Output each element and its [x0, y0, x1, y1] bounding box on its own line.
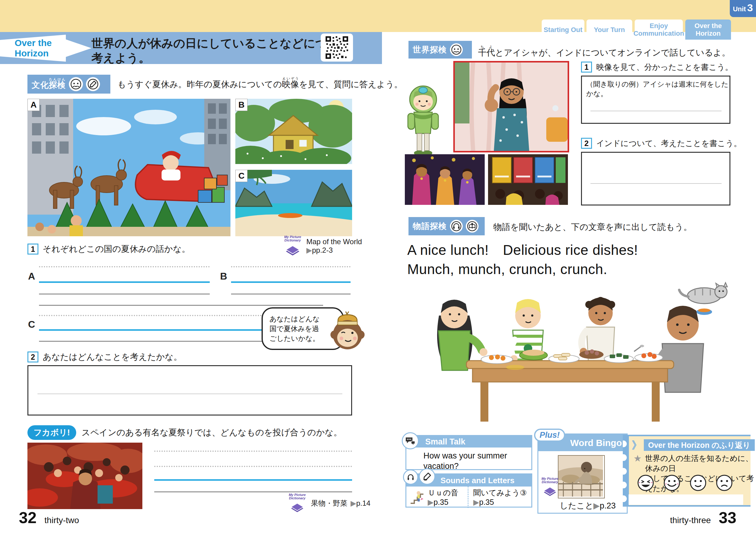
fukabori-base-line — [154, 492, 352, 492]
sounds-item-uu[interactable]: Ｕｕの音 ▶p.35 — [406, 487, 468, 508]
face-laughing[interactable] — [637, 474, 654, 492]
left-page-footer: 32 thirty-two — [19, 508, 79, 527]
face-icon — [450, 43, 463, 56]
word-bingo-caption[interactable]: したこと▶p.23 — [560, 500, 616, 511]
photo-tomatina-festival — [27, 443, 142, 509]
question-text: それぞれどこの国の夏休みの話かな。 — [43, 243, 190, 255]
photo-a-label: A — [27, 99, 40, 111]
tab-over-the-horizon[interactable]: Over the Horizon — [685, 19, 731, 40]
dictionary-link-label: Map of the World — [306, 238, 362, 246]
answer-a-write-line[interactable] — [39, 281, 210, 283]
left-question-1: 1 それぞれどこの国の夏休みの話かな。 — [27, 243, 190, 255]
fukabori-row: フカボリ! スペインのある有名な夏祭りでは、どんなものを投げ合うのかな。 — [27, 425, 342, 440]
fukabori-write-line[interactable] — [154, 479, 352, 481]
photo-b-label: B — [235, 99, 247, 111]
sounds-item-label: Ｕｕの音 — [428, 488, 459, 498]
face-smiling[interactable] — [663, 474, 681, 492]
page-number: 32 — [19, 508, 37, 527]
reading-line-1: A nice lunch! Delicious rice dishes! — [407, 241, 638, 260]
answer-b-dotted-line — [231, 266, 350, 268]
chiyo-character — [402, 82, 444, 159]
dictionary-link-fruits[interactable]: My Picture Dictionary 果物・野菜 ▶p.14 — [287, 493, 370, 513]
small-talk-header: Small Talk — [406, 436, 531, 447]
section-title: 世界探検 — [413, 44, 447, 55]
listening-hint: （聞き取りの例）アイシャは週末に何をしたかな。 — [586, 80, 729, 99]
dictionary-link-page: p.14 — [356, 499, 370, 507]
question-text: あなたはどんなことを考えたかな。 — [43, 351, 182, 363]
monkey-character — [329, 310, 366, 354]
face-neutral[interactable] — [689, 474, 707, 492]
tab-your-turn[interactable]: Your Turn — [586, 19, 632, 40]
fukabori-text: スペインのある有名な夏祭りでは、どんなものを投げ合うのかな。 — [82, 427, 342, 438]
answer-b-base-line — [231, 294, 350, 295]
word-bingo-box: Word Bingo My Picture Dictionary したこと▶p.… — [537, 434, 628, 514]
word-bingo-picture — [558, 455, 605, 498]
right-answer-box-2[interactable] — [581, 152, 730, 206]
textbook-spread: Unit 3 Starting Out Your Turn Enjoy Comm… — [0, 0, 756, 535]
qr-pattern — [325, 36, 348, 59]
sounds-items: Ｕｕの音 ▶p.35 聞いてみよう③ ▶p.35 — [406, 487, 531, 508]
photo-c-label: C — [235, 170, 247, 182]
right-question-2: 2 インドについて、考えたことを書こう。 — [581, 138, 742, 149]
chevrons-icon: 》 — [631, 438, 642, 452]
speech-bubbles-icon — [402, 432, 419, 449]
monogatari-instruction: 物語を聞いたあと、下の文章を声に出して読もう。 — [493, 221, 692, 233]
photo-india-cinema-posters — [488, 154, 568, 205]
reflection-input-box[interactable] — [629, 494, 743, 505]
fukabori-dotted-line-2 — [154, 466, 352, 467]
small-talk-question: How was your summer vacation? — [406, 447, 531, 471]
left-answer-box[interactable] — [27, 365, 352, 415]
mother — [437, 300, 488, 370]
my-picture-dictionary-icon: My Picture Dictionary — [540, 477, 560, 497]
sekai-instruction: 千代ちよとアイシャが、インドについてオンラインで話しているよ。 — [478, 45, 730, 59]
answer-a-dotted-line — [39, 266, 210, 268]
fukabori-badge: フカボリ! — [27, 425, 76, 440]
my-picture-dictionary-icon: My Picture Dictionary — [287, 493, 308, 513]
answer-b-label: B — [220, 271, 227, 282]
reflection-scallop-edge — [623, 436, 629, 505]
sounds-item-listen[interactable]: 聞いてみよう③ ▶p.35 — [468, 487, 532, 508]
photo-india-festival — [405, 154, 485, 205]
sounds-item-page: p.35 — [434, 498, 448, 506]
answer-wide-line — [39, 305, 323, 306]
right-question-1: 1 映像を見て、分かったことを書こう。 — [581, 62, 733, 72]
dictionary-link-map[interactable]: My Picture Dictionary Map of the World ▶… — [282, 235, 362, 257]
answer-b-write-line[interactable] — [231, 281, 350, 283]
pencil-icon — [419, 468, 435, 485]
bunka-instruction: もうすぐ夏休み。昨年の夏休みについての映像えいぞうを見て、質問に答えよう。 — [117, 77, 403, 90]
qr-code — [321, 34, 353, 62]
page-word: thirty-two — [44, 516, 79, 525]
tab-enjoy-communication[interactable]: Enjoy Communication — [635, 19, 683, 40]
section-label-sekai-tanken: 世界探検 — [408, 41, 472, 59]
photo-a-summer-christmas-parade: A — [27, 99, 231, 236]
photo-aisha-video-call — [453, 61, 569, 153]
face-icon — [69, 77, 83, 91]
small-talk-box: Small Talk How was your summer vacation? — [406, 435, 532, 470]
right-answer-box-1[interactable]: （聞き取りの例）アイシャは週末に何をしたかな。 — [581, 75, 730, 124]
page-number: 33 — [719, 508, 737, 527]
tab-starting-out[interactable]: Starting Out — [542, 19, 584, 40]
answer-a-base-line — [39, 294, 210, 295]
reflection-faces — [637, 474, 733, 492]
page-word: thirty-three — [670, 516, 711, 525]
dictionary-link-page: pp.2-3 — [312, 246, 333, 254]
photo-b-garden-house: B — [235, 99, 352, 164]
unit-tab: Unit 3 — [730, 0, 756, 17]
question-number: 1 — [27, 243, 39, 255]
unit-label: Unit — [733, 5, 746, 13]
unit-number: 3 — [747, 2, 753, 14]
sounds-item-page: p.35 — [479, 498, 494, 506]
photo-c-tropical-beach: C — [235, 170, 352, 236]
section-label-monogatari-tanken: 物語探検 — [408, 217, 485, 235]
left-question-2: 2 あなたはどんなことを考えたかな。 — [27, 351, 182, 363]
question-number: 1 — [581, 62, 592, 72]
reflection-header: Over the Horizon のふり返り — [644, 439, 755, 451]
section-title: 文化探検たんけん — [32, 78, 66, 91]
lunch-scene-illustration — [421, 279, 738, 430]
face-sad[interactable] — [716, 474, 733, 492]
section-title: 物語探検 — [413, 221, 447, 232]
pencil-icon — [86, 77, 100, 91]
section-label-bunka-tanken: 文化探検たんけん — [27, 75, 110, 94]
dictionary-link-label: 果物・野菜 — [311, 498, 348, 508]
question-number: 2 — [581, 138, 592, 149]
